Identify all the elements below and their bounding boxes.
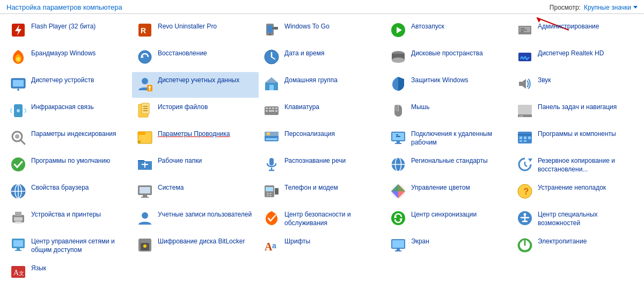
svg-point-39: [17, 109, 20, 112]
item-language[interactable]: A文Язык: [5, 260, 132, 286]
speech-icon: [263, 156, 280, 173]
item-accounts-manager[interactable]: Диспетчер учетных данных: [132, 72, 259, 98]
item-label-indexing: Параметры индексирования: [31, 129, 116, 139]
svg-rect-137: [392, 240, 404, 248]
item-work-folders[interactable]: Рабочие папки: [132, 153, 259, 178]
item-phone-modem[interactable]: Телефон и модем: [259, 179, 385, 205]
svg-rect-56: [518, 105, 532, 114]
item-color-management[interactable]: Управление цветом: [385, 179, 512, 205]
svg-point-106: [270, 193, 272, 195]
item-power[interactable]: Электропитание: [512, 233, 639, 259]
item-device-manager[interactable]: Диспетчер устройств: [5, 72, 132, 98]
keyboard-icon: [263, 102, 280, 119]
power-icon: [516, 236, 533, 254]
item-revo[interactable]: RRevo Uninstaller Pro: [132, 18, 259, 44]
svg-rect-79: [528, 136, 531, 139]
accessibility-icon: [516, 210, 533, 227]
item-infrared[interactable]: Инфракрасная связь: [5, 99, 132, 125]
item-label-network-center: Центр управления сетями и общим доступом: [31, 236, 128, 254]
item-label-mouse: Мышь: [411, 102, 430, 112]
item-homegroup[interactable]: Домашняя группа: [259, 72, 385, 98]
item-label-firewall: Брандмауэр Windows: [31, 48, 96, 58]
default-programs-icon: [10, 156, 27, 173]
autorun-icon: [390, 21, 407, 39]
item-user-accounts[interactable]: Учетные записи пользователей: [132, 206, 259, 232]
item-windows-to-go[interactable]: Windows To Go: [259, 18, 385, 44]
item-sound[interactable]: Звук: [512, 72, 639, 98]
item-system[interactable]: Система: [132, 179, 259, 205]
admin-icon: [516, 21, 533, 39]
svg-rect-48: [272, 107, 274, 109]
windows-defender-icon: [390, 75, 407, 92]
svg-rect-130: [15, 250, 21, 251]
item-sync-center[interactable]: Центр синхронизации: [385, 206, 512, 232]
item-mouse[interactable]: Мышь: [385, 99, 512, 125]
item-label-programs-components: Программы и компоненты: [538, 129, 616, 139]
svg-rect-139: [395, 250, 401, 251]
indexing-icon: [10, 129, 27, 146]
item-backup-restore[interactable]: Резервное копирование и восстановлени...: [512, 153, 639, 178]
svg-rect-81: [524, 140, 526, 142]
item-bitlocker[interactable]: Шифрование диска BitLocker: [132, 233, 259, 259]
item-label-windows-to-go: Windows To Go: [284, 21, 330, 31]
item-personalization[interactable]: Персонализация: [259, 126, 385, 152]
svg-rect-104: [266, 187, 273, 191]
item-windows-defender[interactable]: Защитник Windows: [385, 72, 512, 98]
page-title: Настройка параметров компьютера: [6, 3, 122, 11]
item-label-display: Экран: [411, 236, 429, 246]
item-taskbar[interactable]: Панель задач и навигация: [512, 99, 639, 125]
infrared-icon: [10, 102, 27, 119]
svg-point-30: [142, 78, 148, 84]
svg-rect-114: [14, 217, 23, 221]
bitlocker-icon: [136, 236, 153, 254]
item-admin[interactable]: Администрирование: [512, 18, 639, 44]
network-center-icon: [10, 236, 27, 254]
item-indexing[interactable]: Параметры индексирования: [5, 126, 132, 152]
content-area: Flash Player (32 бита)RRevo Uninstaller …: [0, 14, 644, 290]
item-fonts[interactable]: AaШрифты: [259, 233, 385, 259]
svg-rect-72: [395, 143, 401, 144]
item-flash-player[interactable]: Flash Player (32 бита): [5, 18, 132, 44]
item-browser-props[interactable]: Свойства браузера: [5, 179, 132, 205]
item-troubleshoot[interactable]: ?Устранение неполадок: [512, 179, 639, 205]
item-devices-printers[interactable]: Устройства и принтеры: [5, 206, 132, 232]
item-accessibility[interactable]: Центр специальных возможностей: [512, 206, 639, 232]
user-accounts-icon: [136, 210, 153, 227]
svg-rect-68: [266, 138, 277, 140]
item-disk-spaces[interactable]: Дисковые пространства: [385, 45, 512, 71]
devices-printers-icon: [10, 210, 27, 227]
item-programs-components[interactable]: Программы и компоненты: [512, 126, 639, 152]
item-restore[interactable]: Восстановление: [132, 45, 259, 71]
svg-point-117: [142, 212, 148, 219]
item-label-keyboard: Клавиатура: [284, 102, 319, 112]
item-regional[interactable]: Региональные стандарты: [385, 153, 512, 178]
item-default-programs[interactable]: Программы по умолчанию: [5, 153, 132, 178]
item-autorun[interactable]: Автозапуск: [385, 18, 512, 44]
item-speech[interactable]: Распознавание речи: [259, 153, 385, 178]
item-security-center[interactable]: Центр безопасности и обслуживания: [259, 206, 385, 232]
item-remote-desktop[interactable]: Подключения к удаленным рабочим: [385, 126, 512, 152]
realtek-icon: [516, 48, 533, 66]
svg-point-18: [16, 57, 20, 61]
item-keyboard[interactable]: Клавиатура: [259, 99, 385, 125]
accounts-manager-icon: [136, 75, 153, 92]
personalization-icon: [263, 129, 280, 146]
item-label-sync-center: Центр синхронизации: [411, 210, 477, 219]
svg-rect-51: [269, 110, 274, 112]
regional-icon: [390, 156, 407, 173]
item-datetime[interactable]: Дата и время: [259, 45, 385, 71]
svg-point-105: [267, 193, 269, 195]
windows-to-go-icon: [263, 21, 280, 39]
item-network-center[interactable]: Центр управления сетями и общим доступом: [5, 233, 132, 259]
svg-point-61: [15, 134, 19, 139]
item-label-autorun: Автозапуск: [411, 21, 444, 31]
item-realtek[interactable]: Диспетчер Realtek HD: [512, 45, 639, 71]
svg-rect-10: [273, 27, 274, 29]
item-display[interactable]: Экран: [385, 233, 512, 259]
item-label-revo: Revo Uninstaller Pro: [158, 21, 217, 31]
item-file-history[interactable]: История файлов: [132, 99, 259, 125]
item-explorer-params[interactable]: Параметры Проводника: [132, 126, 259, 152]
item-firewall[interactable]: Брандмауэр Windows: [5, 45, 132, 71]
file-history-icon: [136, 102, 153, 119]
view-value-button[interactable]: Крупные значки: [584, 4, 638, 11]
